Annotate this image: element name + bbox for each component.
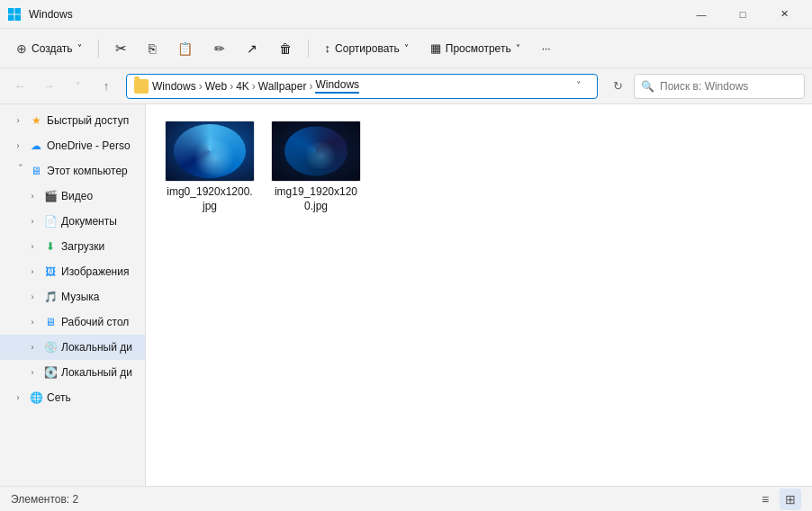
copy-icon: ⎘	[149, 41, 156, 56]
sort-icon: ↕	[325, 41, 331, 55]
crumb-wallpaper[interactable]: Wallpaper	[258, 80, 307, 93]
copy-button[interactable]: ⎘	[140, 34, 165, 63]
file-item[interactable]: img0_1920x1200.jpg	[160, 115, 259, 219]
sidebar-item-music[interactable]: › 🎵 Музыка	[0, 284, 145, 309]
file-item[interactable]: img19_1920x1200.jpg	[266, 115, 365, 219]
minimize-button[interactable]: —	[681, 0, 722, 29]
crumb-windows-2[interactable]: Windows	[315, 78, 359, 94]
search-input[interactable]	[634, 74, 805, 99]
sidebar-item-label: Этот компьютер	[47, 165, 138, 177]
sidebar-item-images[interactable]: › 🖼 Изображения	[0, 259, 145, 284]
expand-arrow-icon: ›	[11, 139, 25, 153]
more-button[interactable]: ···	[533, 34, 560, 63]
list-view-button[interactable]: ≡	[754, 489, 776, 510]
close-button[interactable]: ✕	[763, 0, 805, 29]
more-label: ···	[542, 42, 551, 55]
expand-arrow-icon: ›	[11, 164, 25, 178]
sidebar-item-network[interactable]: › 🌐 Сеть	[0, 385, 145, 410]
main-area: › ★ Быстрый доступ › ☁ OneDrive - Perso …	[0, 104, 812, 486]
sidebar-item-downloads[interactable]: › ⬇ Загрузки	[0, 234, 145, 259]
sidebar-item-label: Быстрый доступ	[47, 114, 138, 127]
star-icon: ★	[29, 113, 43, 128]
refresh-button[interactable]: ↻	[605, 74, 630, 99]
paste-icon: 📋	[177, 41, 193, 56]
crumb-windows[interactable]: Windows	[152, 80, 196, 93]
status-bar: Элементов: 2 ≡ ⊞	[0, 486, 812, 511]
create-button[interactable]: ⊕ Создать ˅	[7, 34, 91, 63]
address-input[interactable]: Windows › Web › 4K › Wallpaper › Windows…	[126, 74, 598, 99]
app-icon	[7, 7, 22, 22]
expand-arrow-icon: ›	[11, 113, 25, 128]
back-button[interactable]: ←	[7, 74, 32, 99]
pc-icon: 🖥	[29, 164, 43, 178]
cloud-icon: ☁	[29, 139, 43, 153]
grid-view-icon: ⊞	[785, 492, 796, 507]
sort-chevron-icon: ˅	[404, 43, 409, 53]
refresh-icon: ↻	[613, 79, 623, 93]
svg-rect-2	[8, 14, 14, 21]
sidebar-item-local-d[interactable]: › 💽 Локальный ди	[0, 360, 145, 385]
sidebar-item-video[interactable]: › 🎬 Видео	[0, 184, 145, 209]
music-icon: 🎵	[43, 290, 58, 304]
svg-rect-0	[8, 8, 14, 14]
toolbar: ⊕ Создать ˅ ✂ ⎘ 📋 ✏ ↗ 🗑 ↕ Сортировать ˅ …	[0, 29, 812, 68]
recent-button[interactable]: ˅	[65, 74, 90, 99]
crumb-sep-4: ›	[309, 80, 312, 93]
list-view-icon: ≡	[762, 492, 769, 507]
expand-arrow-icon: ›	[25, 365, 40, 380]
sidebar-item-desktop[interactable]: › 🖥 Рабочий стол	[0, 309, 145, 335]
sidebar-item-label: OneDrive - Perso	[47, 139, 138, 152]
sidebar-item-quick-access[interactable]: › ★ Быстрый доступ	[0, 108, 145, 133]
toolbar-sep-1	[98, 40, 99, 58]
cut-button[interactable]: ✂	[106, 34, 136, 63]
svg-rect-1	[15, 8, 22, 14]
images-icon: 🖼	[43, 264, 58, 279]
crumb-sep-3: ›	[252, 80, 256, 93]
video-icon: 🎬	[43, 189, 58, 203]
sort-button[interactable]: ↕ Сортировать ˅	[316, 34, 418, 63]
sidebar-item-docs[interactable]: › 📄 Документы	[0, 209, 145, 234]
expand-arrow-icon: ›	[25, 239, 40, 254]
create-chevron-icon: ˅	[77, 43, 82, 53]
rename-button[interactable]: ✏	[205, 34, 234, 63]
paste-button[interactable]: 📋	[168, 34, 202, 63]
sidebar-item-onedrive[interactable]: › ☁ OneDrive - Perso	[0, 133, 145, 158]
maximize-button[interactable]: □	[722, 0, 763, 29]
search-wrapper: 🔍	[634, 74, 805, 99]
sidebar-item-label: Видео	[61, 190, 138, 202]
crumb-4k[interactable]: 4K	[236, 80, 249, 93]
file-thumbnail-1	[165, 121, 255, 182]
network-icon: 🌐	[29, 390, 43, 405]
expand-arrow-icon: ›	[11, 390, 25, 405]
sidebar-item-label: Музыка	[61, 291, 138, 303]
sidebar-item-local-c[interactable]: › 💿 Локальный ди	[0, 335, 145, 360]
desktop-icon: 🖥	[43, 315, 58, 329]
share-icon: ↗	[247, 41, 257, 56]
sidebar-item-label: Изображения	[61, 265, 138, 278]
expand-arrow-icon: ›	[25, 315, 40, 329]
crumb-web[interactable]: Web	[205, 80, 227, 93]
items-count: Элементов: 2	[11, 493, 78, 506]
delete-button[interactable]: 🗑	[270, 34, 301, 63]
view-label: Просмотреть	[446, 42, 511, 55]
recent-icon: ˅	[76, 81, 80, 91]
forward-button[interactable]: →	[36, 74, 61, 99]
address-chevron-icon[interactable]: ˅	[568, 74, 590, 99]
sidebar-item-label: Локальный ди	[61, 341, 138, 354]
sidebar-item-label: Загрузки	[61, 240, 138, 253]
grid-view-button[interactable]: ⊞	[780, 489, 801, 510]
file-thumbnail-2	[271, 121, 361, 182]
docs-icon: 📄	[43, 214, 58, 229]
create-icon: ⊕	[16, 41, 27, 56]
sidebar-item-this-pc[interactable]: › 🖥 Этот компьютер	[0, 158, 145, 184]
sidebar-item-label: Документы	[61, 215, 138, 228]
thumb-dark-image	[272, 121, 360, 181]
sidebar-item-label: Сеть	[47, 391, 138, 404]
address-bar: ← → ˅ ↑ Windows › Web › 4K › Wallpaper ›…	[0, 68, 812, 104]
file-label-1: img0_1920x1200.jpg	[166, 185, 254, 213]
view-button[interactable]: ▦ Просмотреть ˅	[421, 34, 529, 63]
expand-arrow-icon: ›	[25, 340, 40, 354]
share-button[interactable]: ↗	[238, 34, 266, 63]
up-button[interactable]: ↑	[94, 74, 119, 99]
expand-arrow-icon: ›	[25, 189, 40, 203]
